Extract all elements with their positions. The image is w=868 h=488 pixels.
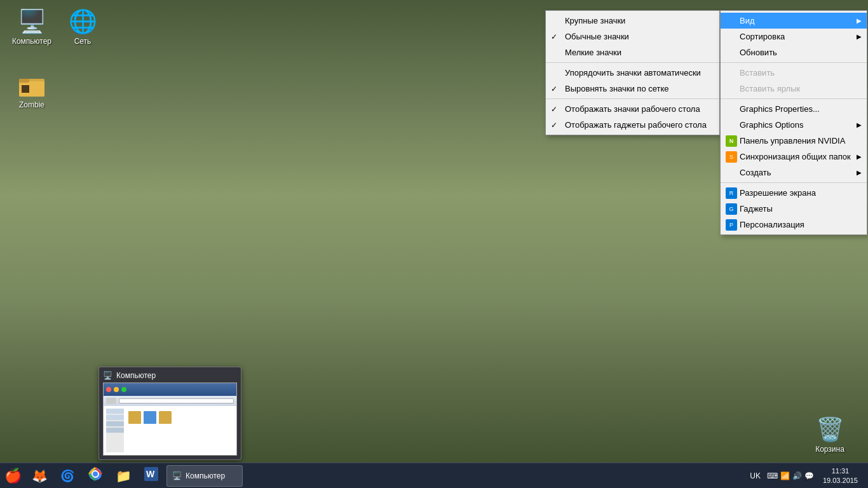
desktop: 🖥️ Компьютер 🌐 Сеть Zombie Крупные значк… xyxy=(0,0,868,488)
thumb-body xyxy=(104,406,236,455)
menu-gadgets-label: Гаджеты xyxy=(740,204,773,214)
thumb-back xyxy=(106,398,116,404)
menu-create[interactable]: Создать ▶ xyxy=(721,165,867,180)
menu-show-gadgets[interactable]: ✓ Отображать гаджеты рабочего стола xyxy=(546,117,719,133)
nvidia-icon: N xyxy=(726,135,737,147)
menu-graphics-options[interactable]: Graphics Options ▶ xyxy=(721,117,867,133)
menu-vid-label: Вид xyxy=(740,16,755,25)
tray-clock[interactable]: 11:31 19.03.2015 xyxy=(818,466,863,485)
menu-show-desktop-icons-label: Отображать значки рабочего стола xyxy=(565,104,700,114)
taskbar: 🍎 🦊 🌀 xyxy=(0,463,868,488)
thumb-nav-item xyxy=(106,421,124,426)
tray-date: 19.03.2015 xyxy=(823,476,858,485)
sync-icon: S xyxy=(726,151,737,163)
graphics-options-arrow-icon: ▶ xyxy=(857,121,862,128)
menu-normal-icons[interactable]: ✓ Обычные значки xyxy=(546,29,719,44)
menu-screen-resolution[interactable]: R Разрешение экрана xyxy=(721,185,867,201)
desktop-icon-recycle-bin[interactable]: 🗑️ Корзина xyxy=(804,414,855,456)
thumb-main-content xyxy=(126,409,234,452)
desktop-icon-network[interactable]: 🌐 Сеть xyxy=(57,6,108,48)
taskbar-explorer[interactable]: 📁 xyxy=(111,464,136,487)
thumb-max-btn xyxy=(121,387,126,392)
gadgets-icon: G xyxy=(726,203,737,215)
svg-point-4 xyxy=(22,86,26,90)
keyboard-icon: ⌨ xyxy=(767,471,778,480)
zombie-label: Zombie xyxy=(9,100,55,109)
chrome-icon xyxy=(88,467,102,484)
separator-r2 xyxy=(721,98,867,99)
normal-icons-check: ✓ xyxy=(551,32,557,41)
taskbar-word[interactable]: W xyxy=(139,464,164,487)
vid-arrow-icon: ▶ xyxy=(857,17,862,24)
taskbar-computer-window[interactable]: 🖥️ Компьютер xyxy=(166,465,243,487)
recycle-bin-icon: 🗑️ xyxy=(817,417,843,442)
sync-arrow-icon: ▶ xyxy=(857,153,862,160)
thumbnail-title-text: Компьютер xyxy=(116,371,156,380)
menu-refresh[interactable]: Обновить xyxy=(721,44,867,60)
menu-sync-folders[interactable]: S Синхронизация общих папок ▶ xyxy=(721,149,867,165)
menu-paste-shortcut-label: Вставить ярлык xyxy=(740,84,800,93)
menu-show-gadgets-label: Отображать гаджеты рабочего стола xyxy=(565,120,707,130)
menu-large-icons[interactable]: Крупные значки xyxy=(546,13,719,29)
menu-vid[interactable]: Вид ▶ xyxy=(721,13,867,29)
thumb-titlebar xyxy=(104,383,236,396)
separator-1 xyxy=(546,62,719,63)
desktop-icon-computer[interactable]: 🖥️ Компьютер xyxy=(6,6,57,48)
thumb-icons-area xyxy=(126,409,234,426)
start-button[interactable]: 🍎 xyxy=(0,463,25,489)
menu-normal-icons-label: Обычные значки xyxy=(565,32,629,41)
computer-icon: 🖥️ xyxy=(19,9,44,34)
menu-show-desktop-icons[interactable]: ✓ Отображать значки рабочего стола xyxy=(546,101,719,117)
menu-small-icons-label: Мелкие значки xyxy=(565,48,621,57)
thumbnail-title-bar: 🖥️ Компьютер xyxy=(103,371,237,380)
tray-icons-group: ⌨ 📶 🔊 💬 xyxy=(767,471,814,480)
firefox-icon: 🦊 xyxy=(32,468,48,484)
menu-sort[interactable]: Сортировка ▶ xyxy=(721,29,867,44)
menu-paste-label: Вставить xyxy=(740,68,775,78)
thumb-nav-item xyxy=(106,409,124,414)
network-icon: 🌐 xyxy=(70,9,95,34)
menu-gadgets[interactable]: G Гаджеты xyxy=(721,201,867,217)
context-menu-right: Вид ▶ Сортировка ▶ Обновить Вставить Вст… xyxy=(720,10,867,235)
menu-nvidia-panel[interactable]: N Панель управления NVIDIA xyxy=(721,133,867,149)
svg-text:W: W xyxy=(146,469,155,479)
create-arrow-icon: ▶ xyxy=(857,169,862,176)
menu-refresh-label: Обновить xyxy=(740,48,777,57)
personalization-icon: P xyxy=(726,219,737,231)
thumb-file-icon xyxy=(159,411,172,424)
menu-personalization[interactable]: P Персонализация xyxy=(721,217,867,233)
taskbar-tray: UK ⌨ 📶 🔊 💬 11:31 19.03.2015 xyxy=(742,463,868,488)
context-menu-left: Крупные значки ✓ Обычные значки Мелкие з… xyxy=(545,10,720,135)
menu-graphics-properties-label: Graphics Properties... xyxy=(740,104,820,114)
menu-graphics-properties[interactable]: Graphics Properties... xyxy=(721,101,867,117)
menu-paste[interactable]: Вставить xyxy=(721,65,867,81)
menu-nvidia-label: Панель управления NVIDIA xyxy=(740,136,845,146)
thumb-min-btn xyxy=(114,387,119,392)
thumb-toolbar xyxy=(104,396,236,406)
menu-auto-arrange[interactable]: Упорядочить значки автоматически xyxy=(546,65,719,81)
desktop-icon-zombie[interactable]: Zombie xyxy=(6,70,57,112)
menu-graphics-options-label: Graphics Options xyxy=(740,120,803,130)
svg-rect-2 xyxy=(19,79,29,83)
browser2-icon: 🌀 xyxy=(60,469,74,483)
taskbar-window-icon: 🖥️ xyxy=(172,471,182,480)
notification-icon: 💬 xyxy=(804,471,814,480)
taskbar-browser2[interactable]: 🌀 xyxy=(55,464,80,487)
menu-personalization-label: Персонализация xyxy=(740,220,804,229)
separator-2 xyxy=(546,98,719,99)
thumb-file-icon xyxy=(128,411,141,424)
zombie-folder-icon xyxy=(19,72,44,98)
menu-align-grid[interactable]: ✓ Выровнять значки по сетке xyxy=(546,81,719,97)
taskbar-firefox[interactable]: 🦊 xyxy=(27,464,52,487)
recycle-bin-label: Корзина xyxy=(807,445,853,454)
network-tray-icon: 📶 xyxy=(780,471,790,480)
taskbar-chrome[interactable] xyxy=(83,464,108,487)
menu-auto-arrange-label: Упорядочить значки автоматически xyxy=(565,68,701,78)
thumb-address xyxy=(119,398,234,403)
menu-small-icons[interactable]: Мелкие значки xyxy=(546,44,719,60)
menu-large-icons-label: Крупные значки xyxy=(565,16,625,25)
menu-create-label: Создать xyxy=(740,168,771,177)
network-label: Сеть xyxy=(60,37,105,46)
tray-language[interactable]: UK xyxy=(747,471,763,480)
menu-paste-shortcut[interactable]: Вставить ярлык xyxy=(721,81,867,97)
